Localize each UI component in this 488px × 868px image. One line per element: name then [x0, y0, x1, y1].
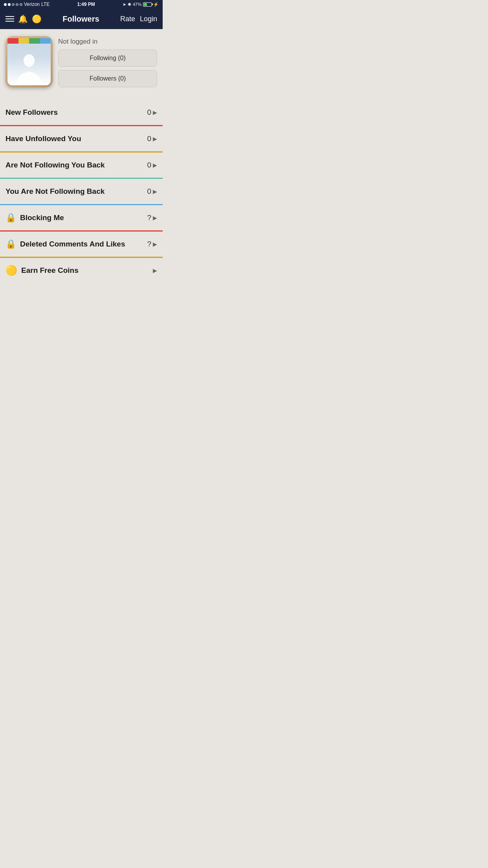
blocking-me-label: Blocking Me — [20, 213, 147, 222]
color-seg-blue — [40, 38, 51, 44]
avatar-silhouette — [15, 52, 44, 85]
carrier-label: Verizon — [24, 2, 40, 7]
battery-icon — [143, 2, 152, 7]
hamburger-line-2 — [6, 18, 14, 19]
profile-info: Not logged in Following (0) Followers (0… — [58, 36, 157, 90]
blocking-me-value: ? — [147, 213, 151, 222]
color-seg-yellow — [18, 38, 29, 44]
hamburger-line-3 — [6, 21, 14, 22]
svg-point-0 — [24, 54, 35, 67]
bluetooth-icon: ✱ — [128, 2, 131, 7]
avatar-photo-area — [7, 38, 51, 85]
hamburger-line-1 — [6, 16, 14, 17]
menu-item-unfollowed[interactable]: Have Unfollowed You 0 ▶ — [0, 126, 163, 151]
not-following-back-chevron: ▶ — [153, 162, 157, 168]
new-followers-count: 0 — [147, 108, 151, 117]
signal-dot-3 — [12, 3, 15, 6]
you-not-following-right: 0 ▶ — [147, 187, 157, 196]
network-label: LTE — [41, 2, 50, 7]
avatar-color-bar — [7, 38, 51, 44]
deleted-comments-right: ? ▶ — [147, 240, 157, 248]
menu-item-deleted-comments[interactable]: 🔒 Deleted Comments And Likes ? ▶ — [0, 232, 163, 257]
nav-right: Rate Login — [120, 15, 157, 23]
signal-dots — [4, 3, 22, 6]
coin-icon[interactable]: 🟡 — [32, 14, 42, 24]
hamburger-menu-button[interactable] — [6, 16, 14, 22]
time-display: 1:49 PM — [77, 2, 95, 7]
nav-bar: 🔔 🟡 Followers Rate Login — [0, 9, 163, 29]
color-seg-red — [7, 38, 18, 44]
nav-left: 🔔 🟡 — [6, 14, 42, 24]
menu-item-not-following-back[interactable]: Are Not Following You Back 0 ▶ — [0, 153, 163, 178]
signal-dot-5 — [20, 3, 22, 6]
not-following-back-label: Are Not Following You Back — [6, 161, 147, 169]
deleted-comments-label: Deleted Comments And Likes — [20, 240, 147, 248]
signal-dot-4 — [16, 3, 18, 6]
lock-icon-deleted: 🔒 — [6, 239, 16, 249]
earn-free-coins-label: Earn Free Coins — [21, 266, 153, 275]
blocking-me-right: ? ▶ — [147, 213, 157, 222]
you-not-following-count: 0 — [147, 187, 151, 196]
lock-icon-blocking: 🔒 — [6, 213, 16, 223]
status-left: Verizon LTE — [4, 2, 50, 7]
unfollowed-label: Have Unfollowed You — [6, 134, 147, 143]
status-right: ➤ ✱ 47% ⚡ — [123, 2, 159, 7]
you-not-following-label: You Are Not Following Back — [6, 187, 147, 196]
followers-button[interactable]: Followers (0) — [58, 70, 157, 87]
location-icon: ➤ — [123, 2, 126, 7]
page-title: Followers — [62, 15, 99, 24]
unfollowed-count: 0 — [147, 134, 151, 143]
menu-item-new-followers[interactable]: New Followers 0 ▶ — [0, 100, 163, 125]
signal-dot-2 — [8, 3, 11, 6]
new-followers-right: 0 ▶ — [147, 108, 157, 117]
earn-free-coins-row[interactable]: 🟡 Earn Free Coins ▶ — [0, 258, 163, 283]
unfollowed-chevron: ▶ — [153, 136, 157, 142]
menu-list: New Followers 0 ▶ Have Unfollowed You 0 … — [0, 100, 163, 283]
battery-pct: 47% — [133, 2, 141, 7]
earn-chevron-icon: ▶ — [153, 267, 157, 274]
new-followers-chevron: ▶ — [153, 109, 157, 116]
avatar-frame — [6, 36, 53, 87]
deleted-comments-chevron: ▶ — [153, 241, 157, 247]
login-button[interactable]: Login — [140, 15, 157, 23]
bell-icon[interactable]: 🔔 — [18, 14, 28, 24]
status-bar: Verizon LTE 1:49 PM ➤ ✱ 47% ⚡ — [0, 0, 163, 9]
battery-container — [143, 2, 152, 7]
charging-icon: ⚡ — [153, 2, 159, 7]
rate-button[interactable]: Rate — [120, 15, 135, 23]
color-seg-green — [29, 38, 40, 44]
new-followers-label: New Followers — [6, 108, 147, 117]
avatar-frame-inner — [6, 36, 53, 87]
earn-coin-icon: 🟡 — [6, 265, 17, 276]
profile-section: Not logged in Following (0) Followers (0… — [0, 29, 163, 94]
you-not-following-chevron: ▶ — [153, 188, 157, 195]
not-following-back-count: 0 — [147, 161, 151, 169]
signal-dot-1 — [4, 3, 7, 6]
menu-item-you-not-following[interactable]: You Are Not Following Back 0 ▶ — [0, 179, 163, 204]
blocking-me-chevron: ▶ — [153, 215, 157, 221]
menu-item-blocking-me[interactable]: 🔒 Blocking Me ? ▶ — [0, 205, 163, 230]
deleted-comments-value: ? — [147, 240, 151, 248]
unfollowed-right: 0 ▶ — [147, 134, 157, 143]
battery-fill — [144, 3, 147, 6]
not-following-back-right: 0 ▶ — [147, 161, 157, 169]
not-logged-in-text: Not logged in — [58, 38, 157, 46]
following-button[interactable]: Following (0) — [58, 50, 157, 67]
